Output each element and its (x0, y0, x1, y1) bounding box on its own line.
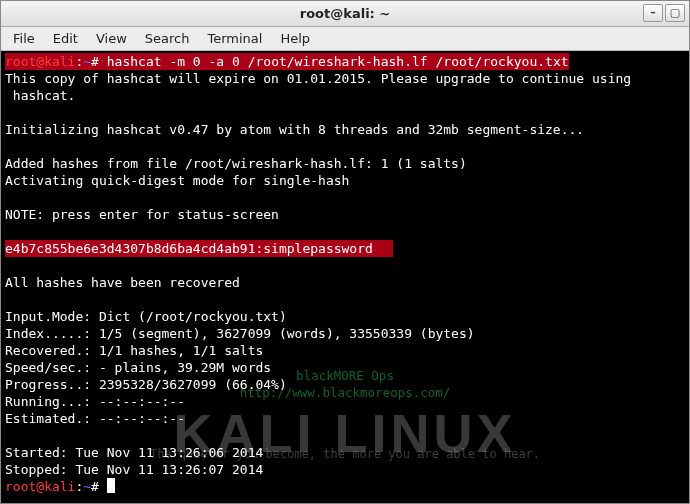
prompt-hash: # (91, 479, 99, 494)
output-line: This copy of hashcat will expire on 01.0… (5, 70, 685, 87)
output-blank (5, 223, 685, 240)
output-line: Speed/sec.: - plains, 39.29M words (5, 359, 685, 376)
output-line: Index.....: 1/5 (segment), 3627099 (word… (5, 325, 685, 342)
menu-file[interactable]: File (5, 29, 43, 48)
titlebar: root@kali: ~ – ▢ (1, 1, 689, 27)
output-blank (5, 189, 685, 206)
menu-search[interactable]: Search (137, 29, 198, 48)
menubar: File Edit View Search Terminal Help (1, 27, 689, 51)
maximize-button[interactable]: ▢ (665, 4, 685, 22)
output-line: hashcat. (5, 87, 685, 104)
output-blank (5, 257, 685, 274)
cracked-hash-line: e4b7c855be6e3d4307b8d6ba4cd4ab91:simplep… (5, 240, 685, 257)
cracked-hash: e4b7c855be6e3d4307b8d6ba4cd4ab91:simplep… (5, 240, 393, 257)
terminal-content: root@kali:~# hashcat -m 0 -a 0 /root/wir… (5, 53, 685, 495)
menu-terminal[interactable]: Terminal (199, 29, 270, 48)
prompt-line-2: root@kali:~# (5, 478, 685, 495)
command-text: hashcat -m 0 -a 0 /root/wireshark-hash.l… (107, 54, 569, 69)
prompt-userhost: root@kali (5, 479, 75, 494)
menu-view[interactable]: View (88, 29, 135, 48)
output-blank (5, 427, 685, 444)
output-line: Estimated.: --:--:--:-- (5, 410, 685, 427)
output-line: Initializing hashcat v0.47 by atom with … (5, 121, 685, 138)
window-title: root@kali: ~ (300, 6, 390, 21)
menu-help[interactable]: Help (272, 29, 318, 48)
output-blank (5, 104, 685, 121)
output-line: NOTE: press enter for status-screen (5, 206, 685, 223)
output-line: Started: Tue Nov 11 13:26:06 2014 (5, 444, 685, 461)
terminal-window: root@kali: ~ – ▢ File Edit View Search T… (0, 0, 690, 504)
output-line: Added hashes from file /root/wireshark-h… (5, 155, 685, 172)
output-line: Activating quick-digest mode for single-… (5, 172, 685, 189)
output-blank (5, 291, 685, 308)
terminal-area[interactable]: blackMORE Ops http://www.blackmoreops.co… (1, 51, 689, 503)
menu-edit[interactable]: Edit (45, 29, 86, 48)
prompt-path: ~ (83, 54, 91, 69)
cursor-icon (107, 478, 115, 493)
minimize-button[interactable]: – (643, 4, 663, 22)
prompt-userhost: root@kali (5, 54, 75, 69)
output-line: Progress..: 2395328/3627099 (66.04%) (5, 376, 685, 393)
window-controls: – ▢ (643, 4, 685, 22)
prompt-hash: # (91, 54, 99, 69)
output-line: Stopped: Tue Nov 11 13:26:07 2014 (5, 461, 685, 478)
output-line: Running...: --:--:--:-- (5, 393, 685, 410)
output-line: Recovered.: 1/1 hashes, 1/1 salts (5, 342, 685, 359)
output-blank (5, 138, 685, 155)
output-line: All hashes have been recovered (5, 274, 685, 291)
prompt-path: ~ (83, 479, 91, 494)
output-line: Input.Mode: Dict (/root/rockyou.txt) (5, 308, 685, 325)
prompt-line-1: root@kali:~# hashcat -m 0 -a 0 /root/wir… (5, 53, 685, 70)
